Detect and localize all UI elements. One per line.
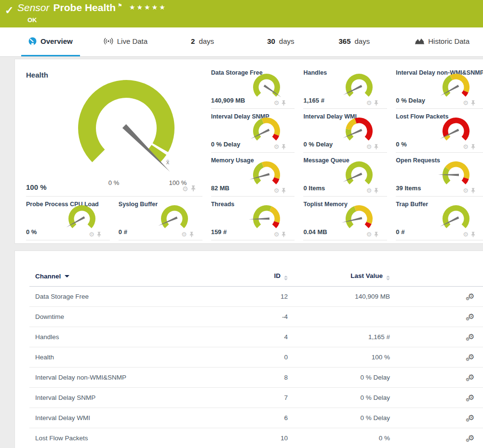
flag-icon[interactable]: ⚑ [118, 2, 122, 8]
gear-icon[interactable]: ⚙ [181, 231, 187, 237]
gauge-interval-delay-non-wmi-snmp[interactable]: Interval Delay non-WMI&SNMP0 % Delay⚙ [396, 65, 483, 109]
table-row[interactable]: Data Storage Free12140,909 MB⚙⚙ [29, 287, 483, 307]
gear-icon[interactable]: ⚙ [89, 231, 94, 237]
tab-30-days[interactable]: 30days [260, 27, 301, 56]
table-row[interactable]: Interval Delay non-WMI&SNMP80 % Delay⚙⚙ [29, 368, 483, 388]
cell-channel[interactable]: Downtime [29, 307, 238, 327]
gauge-probe-process-cpu-load[interactable]: Probe Process CPU Load0 %⚙ [26, 197, 110, 240]
gauge-handles[interactable]: Handles1,165 #⚙ [303, 65, 387, 109]
pin-icon[interactable] [282, 232, 286, 237]
cell-channel[interactable]: Data Storage Free [29, 287, 238, 307]
pin-icon[interactable] [282, 188, 286, 194]
tab-bar: Overview Live Data 2days 30days 365days … [0, 27, 483, 57]
channel-settings-icon[interactable]: ⚙⚙ [468, 393, 474, 402]
pin-icon[interactable] [471, 188, 475, 194]
table-row[interactable]: Interval Delay SNMP70 % Delay⚙⚙ [29, 388, 483, 408]
column-header-last-value[interactable]: Last Value [288, 267, 390, 287]
gear-icon[interactable]: ⚙ [274, 187, 280, 194]
table-row[interactable]: Interval Delay WMI60 % Delay⚙⚙ [29, 408, 483, 428]
cell-actions: ⚙⚙ [390, 287, 483, 307]
star-rating-icon[interactable]: ★★★★★ [129, 3, 167, 11]
gear-icon[interactable]: ⚙ [366, 144, 372, 150]
gear-icon[interactable]: ⚙ [463, 100, 469, 106]
cell-last-value [288, 307, 390, 327]
pin-icon[interactable] [471, 144, 475, 150]
cell-channel[interactable]: Handles [29, 327, 238, 347]
gauge-dial [431, 201, 477, 235]
sensor-kind-label: Sensor [17, 2, 50, 13]
gear-icon[interactable]: ⚙ [463, 231, 469, 237]
channel-settings-icon[interactable]: ⚙⚙ [468, 434, 474, 442]
pin-icon[interactable] [471, 232, 475, 237]
gauge-data-storage-free[interactable]: Data Storage Free140,909 MB⚙ [211, 65, 295, 109]
gauge-value: 0.04 MB [303, 228, 327, 236]
channel-settings-icon[interactable]: ⚙⚙ [468, 332, 474, 341]
gauge-message-queue[interactable]: Message Queue0 Items⚙ [303, 153, 387, 197]
gauge-interval-delay-wmi[interactable]: Interval Delay WMI0 % Delay⚙ [303, 109, 387, 153]
pin-icon[interactable] [374, 144, 378, 150]
gauge-lost-flow-packets[interactable]: Lost Flow Packets0 %⚙ [396, 109, 483, 153]
gear-icon[interactable]: ⚙ [182, 185, 188, 192]
gauge-dial [242, 114, 288, 147]
gauge-value: 0 # [119, 228, 127, 236]
gear-icon[interactable]: ⚙ [274, 231, 280, 237]
tab-historic-data[interactable]: Historic Data [408, 27, 477, 56]
tab-live-data[interactable]: Live Data [96, 27, 155, 56]
sensor-header: ✓ SensorProbe Health⚑★★★★★ OK [0, 0, 483, 27]
pin-icon[interactable] [191, 185, 196, 192]
pin-icon[interactable] [189, 232, 194, 237]
column-header-id[interactable]: ID [238, 267, 288, 287]
cell-actions: ⚙⚙ [390, 307, 483, 327]
gear-icon[interactable]: ⚙ [274, 144, 280, 150]
gauge-interval-delay-snmp[interactable]: Interval Delay SNMP0 % Delay⚙ [211, 109, 295, 153]
cell-channel[interactable]: Health [29, 347, 238, 368]
sensor-name: Probe Health [54, 2, 116, 13]
cell-channel[interactable]: Lost Flow Packets [29, 428, 238, 448]
pin-icon[interactable] [374, 100, 378, 106]
channel-settings-icon[interactable]: ⚙⚙ [468, 312, 474, 321]
tab-overview[interactable]: Overview [21, 27, 80, 56]
pin-icon[interactable] [97, 232, 101, 237]
cell-last-value: 100 % [288, 347, 390, 368]
pin-icon[interactable] [374, 232, 378, 237]
tab-2-days[interactable]: 2days [184, 27, 221, 56]
gear-icon[interactable]: ⚙ [366, 187, 372, 194]
gear-icon[interactable]: ⚙ [463, 187, 469, 194]
pin-icon[interactable] [282, 100, 286, 106]
cell-channel[interactable]: Interval Delay WMI [29, 408, 238, 428]
column-header-channel[interactable]: Channel [29, 267, 238, 287]
gear-icon[interactable]: ⚙ [274, 100, 280, 106]
tab-365-days[interactable]: 365days [332, 27, 377, 56]
table-row[interactable]: Health0100 %⚙⚙ [29, 347, 483, 368]
table-row[interactable]: Lost Flow Packets100 %⚙⚙ [29, 428, 483, 448]
gear-icon[interactable]: ⚙ [463, 144, 469, 150]
gauge-value: 82 MB [211, 184, 229, 192]
channel-settings-icon[interactable]: ⚙⚙ [468, 413, 474, 422]
gauge-memory-usage[interactable]: Memory Usage82 MB⚙ [211, 153, 295, 197]
cell-id: -4 [238, 307, 288, 327]
gear-icon[interactable]: ⚙ [366, 100, 372, 106]
gauge-threads[interactable]: Threads159 #⚙ [211, 197, 295, 240]
tab-label: Live Data [117, 37, 148, 45]
gauge-dial [431, 114, 477, 147]
cell-channel[interactable]: Interval Delay SNMP [29, 388, 238, 408]
channel-settings-icon[interactable]: ⚙⚙ [468, 373, 474, 382]
pin-icon[interactable] [471, 100, 475, 106]
cell-last-value: 140,909 MB [288, 287, 390, 307]
table-row[interactable]: Handles41,165 #⚙⚙ [29, 327, 483, 347]
tab-label: days [355, 37, 370, 45]
cell-channel[interactable]: Interval Delay non-WMI&SNMP [29, 368, 238, 388]
gauge-trap-buffer[interactable]: Trap Buffer0 #⚙ [396, 197, 483, 240]
gauge-syslog-buffer[interactable]: Syslog Buffer0 #⚙ [119, 197, 202, 240]
gauge-toplist-memory[interactable]: Toplist Memory0.04 MB⚙ [303, 197, 387, 240]
gear-icon[interactable]: ⚙ [366, 231, 372, 237]
table-row[interactable]: Downtime-4⚙⚙ [29, 307, 483, 327]
pin-icon[interactable] [374, 188, 378, 194]
health-gauge[interactable]: Health x̄ 0 % 100 % 100 % ⚙ [26, 65, 202, 197]
cell-last-value: 1,165 # [288, 327, 390, 347]
pin-icon[interactable] [282, 144, 286, 150]
channel-settings-icon[interactable]: ⚙⚙ [468, 292, 474, 301]
gauge-open-requests[interactable]: Open Requests39 Items⚙ [396, 153, 483, 197]
channel-settings-icon[interactable]: ⚙⚙ [468, 353, 474, 361]
cell-id: 12 [238, 287, 288, 307]
